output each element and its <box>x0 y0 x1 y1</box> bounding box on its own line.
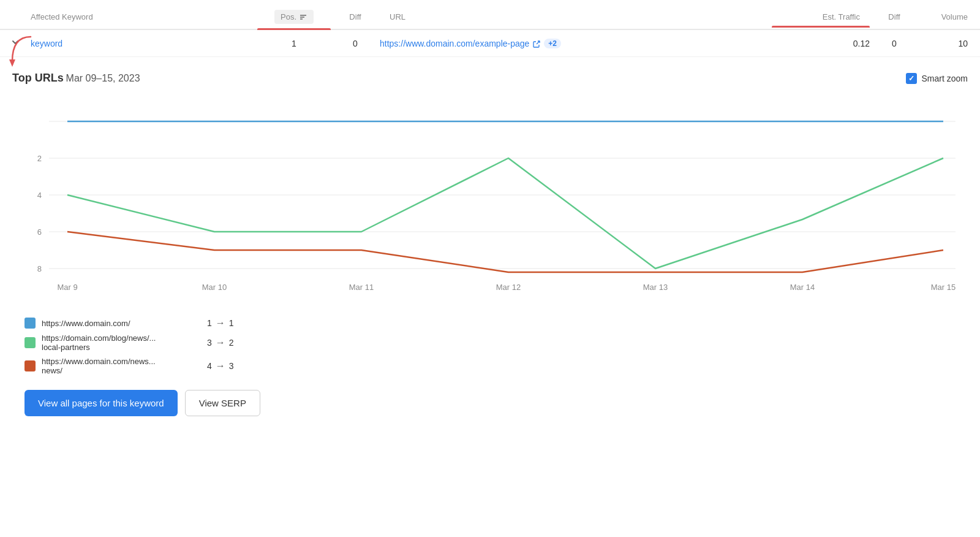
smart-zoom-control[interactable]: ✓ Smart zoom <box>906 73 968 84</box>
svg-text:Mar 9: Mar 9 <box>57 283 77 292</box>
legend-url-2b: local-partners <box>42 343 201 352</box>
sort-icon <box>299 13 307 21</box>
pos-header[interactable]: Pos. <box>257 5 331 29</box>
legend-item-green[interactable]: https://domain.com/blog/news/... local-p… <box>24 333 956 352</box>
legend-range-3: 4 → 3 <box>207 360 234 371</box>
legend-item-red[interactable]: https://www.domain.com/news... news/ 4 →… <box>24 357 956 375</box>
legend-swatch-red <box>24 360 36 371</box>
svg-text:Mar 14: Mar 14 <box>790 283 815 292</box>
est-traffic-value: 0.12 <box>772 39 870 48</box>
diff-header: Diff <box>331 7 380 26</box>
url-value[interactable]: https://www.domain.com/example-page +2 <box>380 39 772 48</box>
checkmark-icon: ✓ <box>908 74 914 83</box>
svg-text:Mar 12: Mar 12 <box>496 283 521 292</box>
svg-text:8: 8 <box>37 264 42 273</box>
svg-text:Mar 15: Mar 15 <box>931 283 956 292</box>
legend-url-1: https://www.domain.com/ <box>42 319 201 328</box>
svg-text:6: 6 <box>37 227 42 237</box>
est-traffic-header: Est. Traffic <box>772 7 870 26</box>
arrow-right-icon: → <box>216 318 225 329</box>
arrow-right-icon-2: → <box>216 337 225 348</box>
view-all-pages-button[interactable]: View all pages for this keyword <box>24 390 178 416</box>
top-urls-title-block: Top URLs Mar 09–15, 2023 <box>12 72 140 85</box>
volume-value: 10 <box>919 39 980 48</box>
legend-range-2: 3 → 2 <box>207 337 234 348</box>
chart-legend: https://www.domain.com/ 1 → 1 https://do… <box>12 318 968 375</box>
svg-text:2: 2 <box>37 154 42 163</box>
pos-sort-button[interactable]: Pos. <box>274 10 314 24</box>
chart-container: 2 4 6 8 Mar 9 Mar 10 Mar 11 Mar 12 Mar 1… <box>12 97 968 305</box>
diff-value: 0 <box>331 39 380 48</box>
legend-url-3b: news/ <box>42 366 201 375</box>
top-urls-date: Mar 09–15, 2023 <box>66 73 140 83</box>
top-urls-title: Top URLs <box>12 72 64 84</box>
external-link-icon <box>533 40 540 48</box>
svg-text:Mar 10: Mar 10 <box>202 283 227 292</box>
url-header: URL <box>380 7 772 26</box>
legend-url-3a: https://www.domain.com/news... <box>42 357 201 366</box>
keyword-value[interactable]: keyword <box>31 39 257 48</box>
table-row: keyword 1 0 https://www.domain.com/examp… <box>0 30 980 57</box>
svg-text:Mar 13: Mar 13 <box>643 283 668 292</box>
table-header: Affected Keyword Pos. Diff URL Est. Traf… <box>0 0 980 30</box>
arrow-indicator <box>6 34 37 72</box>
top-urls-section: Top URLs Mar 09–15, 2023 ✓ Smart zoom 2 … <box>0 57 980 431</box>
svg-text:Mar 11: Mar 11 <box>349 283 374 292</box>
smart-zoom-label: Smart zoom <box>922 74 968 83</box>
smart-zoom-checkbox[interactable]: ✓ <box>906 73 917 84</box>
legend-swatch-blue <box>24 318 36 329</box>
view-serp-button[interactable]: View SERP <box>185 390 260 416</box>
diff-right-value: 0 <box>870 39 919 48</box>
legend-swatch-green <box>24 337 36 348</box>
legend-url-2a: https://domain.com/blog/news/... <box>42 333 201 343</box>
diff-right-header: Diff <box>870 7 919 26</box>
volume-header: Volume <box>919 7 980 26</box>
url-plus-badge[interactable]: +2 <box>544 39 561 48</box>
action-buttons: View all pages for this keyword View SER… <box>12 375 968 431</box>
svg-marker-0 <box>9 59 15 67</box>
legend-range-1: 1 → 1 <box>207 318 234 329</box>
svg-text:4: 4 <box>37 191 42 200</box>
legend-item-blue[interactable]: https://www.domain.com/ 1 → 1 <box>24 318 956 329</box>
svg-line-4 <box>537 41 540 44</box>
affected-keyword-header: Affected Keyword <box>0 7 257 26</box>
top-urls-header: Top URLs Mar 09–15, 2023 ✓ Smart zoom <box>12 72 968 85</box>
top-urls-chart: 2 4 6 8 Mar 9 Mar 10 Mar 11 Mar 12 Mar 1… <box>12 97 968 305</box>
pos-value: 1 <box>257 39 331 48</box>
arrow-right-icon-3: → <box>216 360 225 371</box>
